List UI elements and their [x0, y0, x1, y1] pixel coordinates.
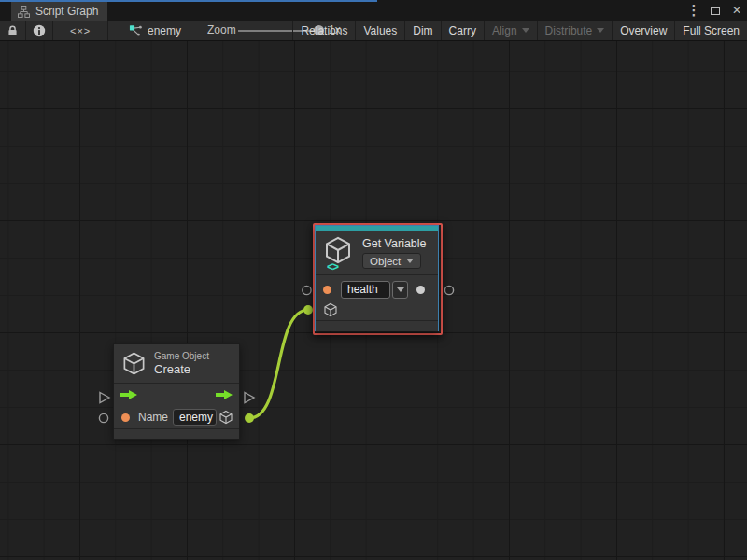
name-port-label: Name	[138, 411, 168, 424]
game-object-input-port-icon[interactable]	[323, 302, 338, 317]
code-preview-toggle[interactable]: <×>	[53, 21, 107, 40]
dim-button[interactable]: Dim	[404, 21, 440, 40]
code-brackets-icon: <>	[327, 260, 338, 273]
info-button[interactable]	[26, 21, 52, 40]
variable-port-row: health	[316, 275, 438, 299]
getvar-name-external-port[interactable]	[303, 286, 311, 294]
button-label: Carry	[449, 24, 476, 37]
chevron-down-icon	[522, 28, 529, 33]
name-port-dot[interactable]	[121, 413, 130, 422]
graph-name: enemy	[148, 24, 181, 37]
script-graph-window: Script Graph ⋮ ✕	[0, 0, 747, 560]
button-label: Overview	[620, 24, 667, 37]
button-label: Dim	[413, 24, 432, 37]
kebab-menu-icon[interactable]: ⋮	[687, 3, 700, 18]
full-screen-button[interactable]: Full Screen	[674, 21, 747, 40]
node-game-object-create[interactable]: Game Object Create Name enemy	[113, 343, 240, 440]
variable-name-input[interactable]: health	[341, 281, 390, 299]
maximize-icon[interactable]	[709, 3, 722, 18]
node-title: Create	[154, 362, 209, 376]
flow-out-external-port[interactable]	[245, 393, 254, 403]
button-label: Values	[363, 24, 397, 37]
toolbar-right-group: Relations Values Dim Carry Align Distrib…	[292, 21, 747, 40]
button-label: Align	[492, 24, 517, 37]
value-output-port-dot[interactable]	[416, 286, 425, 294]
close-icon[interactable]: ✕	[730, 3, 743, 18]
button-label: Full Screen	[683, 24, 740, 37]
game-object-cube-icon	[121, 351, 147, 376]
relations-button[interactable]: Relations	[292, 21, 355, 40]
variable-icon-wrap: <>	[323, 235, 357, 274]
object-port-row	[316, 299, 438, 320]
name-input[interactable]: enemy	[173, 409, 217, 426]
button-label: Distribute	[545, 24, 593, 37]
lock-icon	[7, 24, 19, 37]
flow-in-external-port[interactable]	[100, 393, 109, 403]
toolbar-left-group: <×>	[0, 21, 108, 40]
name-input-external-port[interactable]	[99, 413, 107, 422]
graph-canvas[interactable]: Game Object Create Name enemy	[0, 41, 747, 560]
wire-start-dot[interactable]	[245, 413, 254, 423]
getvar-value-external-port[interactable]	[444, 286, 453, 294]
selection-outline: <> Get Variable Object health	[313, 223, 443, 335]
window-controls: ⋮ ✕	[687, 0, 743, 21]
distribute-dropdown[interactable]: Distribute	[537, 21, 613, 40]
scope-label: Object	[370, 256, 401, 267]
flow-port-row	[114, 384, 239, 406]
graph-breadcrumb-icon	[129, 23, 143, 37]
variable-picker-dropdown[interactable]	[392, 281, 408, 299]
create-node-header: Game Object Create	[114, 344, 239, 383]
game-object-output-port-icon[interactable]	[218, 410, 233, 425]
chevron-down-icon	[397, 287, 404, 292]
flow-in-port-icon[interactable]	[120, 389, 138, 400]
breadcrumb[interactable]: enemy	[129, 21, 181, 40]
align-dropdown[interactable]: Align	[484, 21, 537, 40]
wire-gameobject-connection[interactable]	[249, 310, 308, 418]
values-button[interactable]: Values	[355, 21, 404, 40]
info-icon	[33, 24, 46, 37]
button-label: Relations	[301, 24, 347, 37]
wire-end-dot[interactable]	[303, 305, 313, 315]
titlebar: Script Graph ⋮ ✕	[0, 0, 747, 21]
zoom-label: Zoom	[207, 21, 236, 40]
chevron-down-icon	[597, 28, 604, 33]
overview-button[interactable]: Overview	[612, 21, 674, 40]
focus-accent-line	[0, 0, 377, 2]
variable-name-port-dot[interactable]	[323, 286, 331, 294]
flow-out-port-icon[interactable]	[215, 389, 233, 400]
getvar-node-header: <> Get Variable Object	[316, 231, 438, 274]
tab-title: Script Graph	[35, 5, 98, 18]
node-title: Get Variable	[362, 237, 427, 250]
name-port-row: Name enemy	[114, 406, 239, 428]
node-footer	[114, 428, 239, 439]
tab-script-graph[interactable]: Script Graph	[11, 2, 107, 21]
variable-scope-dropdown[interactable]: Object	[362, 253, 421, 269]
node-footer	[316, 320, 438, 331]
graph-hierarchy-icon	[18, 6, 30, 18]
toolbar-separator	[107, 21, 108, 40]
lock-button[interactable]	[0, 21, 25, 40]
node-get-variable[interactable]: <> Get Variable Object health	[315, 225, 439, 331]
carry-button[interactable]: Carry	[441, 21, 484, 40]
graph-toolbar: <×> enemy Zoom 1x Relations Values Dim C…	[0, 21, 747, 41]
chevron-down-icon	[406, 259, 414, 263]
node-category: Game Object	[154, 351, 209, 361]
